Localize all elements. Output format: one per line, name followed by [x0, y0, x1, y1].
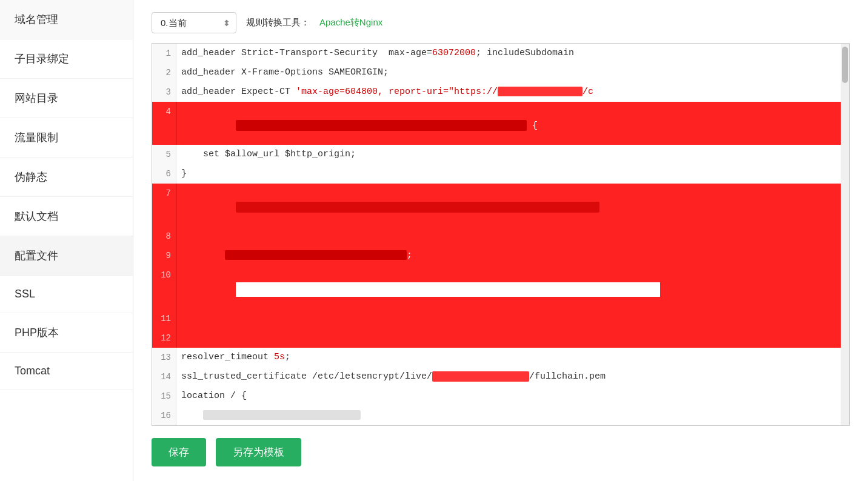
code-line-1: 1 add_header Strict-Transport-Security m…: [152, 44, 849, 63]
scrollbar-thumb[interactable]: [842, 47, 848, 83]
line-number-15: 15: [152, 386, 176, 406]
save-template-button[interactable]: 另存为模板: [216, 438, 301, 466]
sidebar: 域名管理 子目录绑定 网站目录 流量限制 伪静态 默认文档 配置文件 SSL P…: [0, 0, 133, 481]
code-line-8: 8: [152, 227, 849, 246]
code-editor[interactable]: 1 add_header Strict-Transport-Security m…: [152, 44, 849, 425]
line-number-9: 9: [152, 246, 176, 265]
code-line-7: 7: [152, 184, 849, 227]
line-content-3: add_header Expect-CT 'max-age=604800, re…: [176, 82, 849, 102]
code-line-2: 2 add_header X-Frame-Options SAMEORIGIN;: [152, 63, 849, 82]
line-number-2: 2: [152, 63, 176, 82]
sidebar-item-label: 域名管理: [15, 12, 58, 27]
code-line-4: 4 {: [152, 102, 849, 145]
line-number-13: 13: [152, 348, 176, 367]
line-content-15: location / {: [176, 386, 849, 406]
sidebar-item-label: 默认文档: [15, 209, 58, 224]
line-content-7: [176, 184, 849, 227]
sidebar-item-label: 网站目录: [15, 91, 58, 105]
sidebar-item-label: Tomcat: [15, 365, 50, 377]
sidebar-item-phpversion[interactable]: PHP版本: [0, 313, 133, 353]
line-number-1: 1: [152, 44, 176, 63]
sidebar-item-label: 配置文件: [15, 248, 58, 263]
code-line-9: 9 ;: [152, 246, 849, 265]
line-number-4: 4: [152, 102, 176, 145]
line-content-1: add_header Strict-Transport-Security max…: [176, 44, 849, 63]
sidebar-item-label: PHP版本: [15, 325, 59, 340]
code-line-3: 3 add_header Expect-CT 'max-age=604800, …: [152, 82, 849, 102]
code-line-5: 5 set $allow_url $http_origin;: [152, 145, 849, 164]
sidebar-item-label: 伪静态: [15, 170, 47, 184]
line-content-2: add_header X-Frame-Options SAMEORIGIN;: [176, 63, 849, 82]
main-content: 0.当前 1.备份1 2.备份2 ⬍ 规则转换工具： Apache转Nginx …: [133, 0, 868, 481]
line-number-8: 8: [152, 227, 176, 246]
line-content-9: ;: [176, 246, 849, 265]
line-number-7: 7: [152, 184, 176, 227]
sidebar-item-sitedir[interactable]: 网站目录: [0, 79, 133, 118]
line-number-10: 10: [152, 265, 176, 309]
sidebar-item-subdir[interactable]: 子目录绑定: [0, 39, 133, 79]
sidebar-item-traffic[interactable]: 流量限制: [0, 118, 133, 158]
line-content-11: [176, 309, 849, 328]
sidebar-item-label: 流量限制: [15, 130, 58, 145]
line-number-12: 12: [152, 328, 176, 348]
line-content-14: ssl_trusted_certificate /etc/letsencrypt…: [176, 367, 849, 386]
rule-convert-label: 规则转换工具：: [246, 17, 310, 28]
code-line-10: 10: [152, 265, 849, 309]
line-content-6: }: [176, 164, 849, 184]
line-content-4: {: [176, 102, 849, 145]
code-line-13: 13 resolver_timeout 5s;: [152, 348, 849, 367]
line-content-5: set $allow_url $http_origin;: [176, 145, 849, 164]
inline-code-input[interactable]: [236, 282, 660, 297]
code-line-11: 11: [152, 309, 849, 328]
bottom-toolbar: 保存 另存为模板: [152, 438, 850, 469]
line-content-10: [176, 265, 849, 309]
code-line-14: 14 ssl_trusted_certificate /etc/letsencr…: [152, 367, 849, 386]
line-number-6: 6: [152, 164, 176, 184]
code-line-16: 16: [152, 406, 849, 425]
code-line-6: 6 }: [152, 164, 849, 184]
code-editor-wrapper: 1 add_header Strict-Transport-Security m…: [152, 43, 850, 426]
code-line-15: 15 location / {: [152, 386, 849, 406]
version-select-wrapper: 0.当前 1.备份1 2.备份2 ⬍: [152, 12, 236, 33]
save-button[interactable]: 保存: [152, 438, 206, 466]
sidebar-item-domain[interactable]: 域名管理: [0, 0, 133, 39]
sidebar-item-defaultdoc[interactable]: 默认文档: [0, 197, 133, 236]
line-number-14: 14: [152, 367, 176, 386]
line-content-8: [176, 227, 849, 246]
version-select[interactable]: 0.当前 1.备份1 2.备份2: [152, 12, 236, 33]
line-number-16: 16: [152, 406, 176, 425]
sidebar-item-pseudostatic[interactable]: 伪静态: [0, 158, 133, 197]
line-number-5: 5: [152, 145, 176, 164]
line-number-3: 3: [152, 82, 176, 102]
sidebar-item-label: 子目录绑定: [15, 51, 69, 66]
sidebar-item-tomcat[interactable]: Tomcat: [0, 353, 133, 390]
sidebar-item-ssl[interactable]: SSL: [0, 276, 133, 313]
code-line-12: 12: [152, 328, 849, 348]
rule-convert-link[interactable]: Apache转Nginx: [319, 17, 382, 28]
line-content-12: [176, 328, 849, 348]
scrollbar-track: [841, 44, 849, 425]
sidebar-item-label: SSL: [15, 288, 35, 300]
sidebar-item-configfile[interactable]: 配置文件: [0, 236, 133, 276]
line-content-16: [176, 406, 849, 425]
line-content-13: resolver_timeout 5s;: [176, 348, 849, 367]
line-number-11: 11: [152, 309, 176, 328]
toolbar: 0.当前 1.备份1 2.备份2 ⬍ 规则转换工具： Apache转Nginx: [152, 12, 850, 33]
